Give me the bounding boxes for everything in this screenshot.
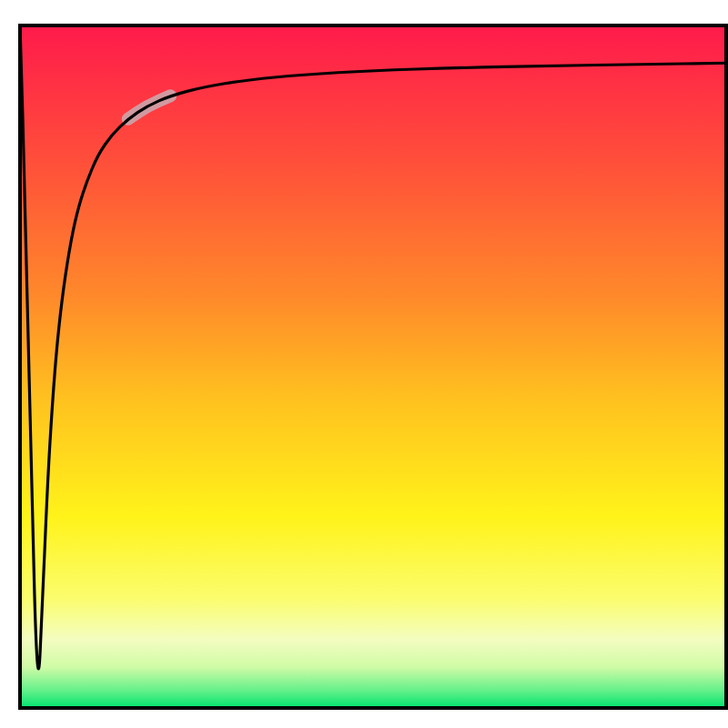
chart-canvas: [0, 0, 728, 728]
top-axis-mask: [0, 0, 728, 24]
plot-gradient-background: [20, 25, 726, 708]
root: { "watermark": "TheBottleneck.com", "cha…: [0, 0, 728, 728]
